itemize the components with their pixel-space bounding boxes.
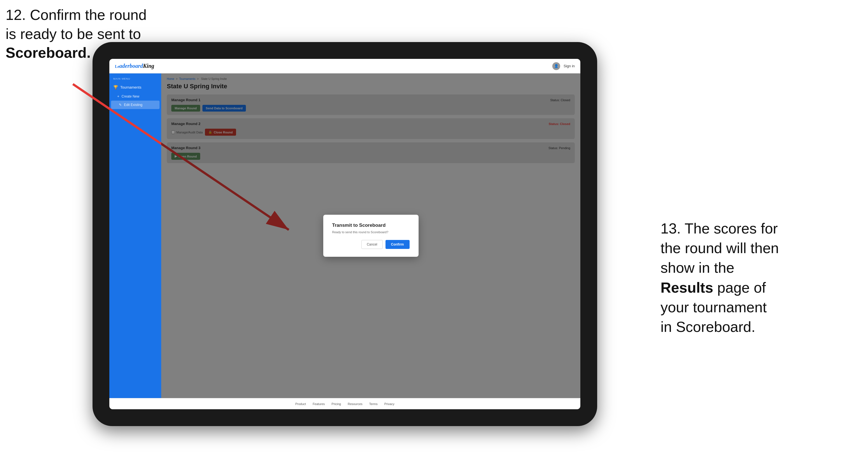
tablet-screen: LeaderboardKing 👤 Sign in MAIN MENU 🏆 To… xyxy=(109,59,580,409)
content-area: Home > Tournaments > State U Spring Invi… xyxy=(161,73,580,398)
modal-confirm-button[interactable]: Confirm xyxy=(385,240,410,249)
trophy-icon: 🏆 xyxy=(113,85,118,89)
sidebar: MAIN MENU 🏆 Tournaments + Create New ✎ E… xyxy=(109,73,161,398)
annotation-top: 12. Confirm the round is ready to be sen… xyxy=(6,6,147,63)
logo: LeaderboardKing xyxy=(115,63,154,69)
crown-icon: Le xyxy=(115,64,119,69)
tablet-device: LeaderboardKing 👤 Sign in MAIN MENU 🏆 To… xyxy=(93,42,597,426)
footer-pricing[interactable]: Pricing xyxy=(332,402,341,406)
footer-resources[interactable]: Resources xyxy=(348,402,363,406)
footer-privacy[interactable]: Privacy xyxy=(384,402,395,406)
footer-terms[interactable]: Terms xyxy=(369,402,378,406)
footer-features[interactable]: Features xyxy=(313,402,325,406)
footer-product[interactable]: Product xyxy=(295,402,306,406)
modal-title: Transmit to Scoreboard xyxy=(332,223,410,228)
edit-icon: ✎ xyxy=(119,103,122,107)
modal-actions: Cancel Confirm xyxy=(332,240,410,249)
sidebar-item-edit-existing[interactable]: ✎ Edit Existing xyxy=(111,101,159,109)
main-layout: MAIN MENU 🏆 Tournaments + Create New ✎ E… xyxy=(109,73,580,398)
top-navbar: LeaderboardKing 👤 Sign in xyxy=(109,59,580,73)
annotation-right: 13. The scores forthe round will thensho… xyxy=(660,219,851,337)
modal-cancel-button[interactable]: Cancel xyxy=(362,240,382,249)
nav-right: 👤 Sign in xyxy=(552,62,575,70)
sidebar-item-create-new[interactable]: + Create New xyxy=(109,92,161,101)
modal-overlay: Transmit to Scoreboard Ready to send thi… xyxy=(161,73,580,398)
plus-icon: + xyxy=(117,94,119,98)
transmit-modal: Transmit to Scoreboard Ready to send thi… xyxy=(323,215,418,257)
sidebar-section-label: MAIN MENU xyxy=(109,77,161,83)
sidebar-item-tournaments[interactable]: 🏆 Tournaments xyxy=(109,83,161,92)
footer: Product Features Pricing Resources Terms… xyxy=(109,398,580,409)
signin-link[interactable]: Sign in xyxy=(563,64,575,68)
avatar: 👤 xyxy=(552,62,560,70)
sidebar-tournaments-label: Tournaments xyxy=(120,85,141,89)
create-new-label: Create New xyxy=(122,94,140,98)
edit-existing-label: Edit Existing xyxy=(124,103,143,107)
modal-subtitle: Ready to send this round to Scoreboard? xyxy=(332,230,410,234)
